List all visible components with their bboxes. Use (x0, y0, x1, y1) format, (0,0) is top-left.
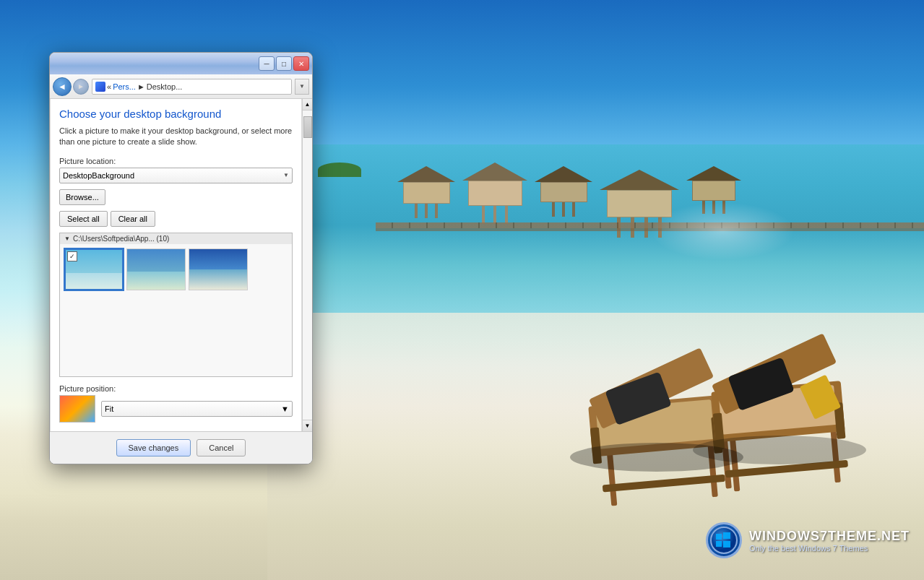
bungalow-2-stilts (482, 206, 508, 224)
dropdown-arrow-icon: ▼ (283, 172, 289, 178)
side-scrollbar[interactable]: ▲ ▼ (302, 99, 312, 431)
dialog-description: Click a picture to make it your desktop … (59, 126, 293, 148)
svg-rect-5 (589, 347, 714, 429)
breadcrumb-sep1: « (107, 82, 111, 91)
image-thumb-3[interactable] (189, 248, 248, 290)
svg-rect-23 (716, 534, 722, 540)
image-grid-container[interactable]: ▼ C:\Users\Softpedia\App... (10) ✓ (59, 233, 293, 377)
water-glare (650, 202, 795, 260)
svg-rect-24 (723, 532, 730, 539)
browse-button[interactable]: Browse... (59, 189, 105, 205)
svg-point-21 (693, 436, 866, 464)
svg-rect-25 (716, 541, 722, 547)
svg-rect-6 (605, 372, 671, 425)
svg-rect-17 (713, 413, 725, 450)
distant-island (318, 163, 361, 177)
svg-rect-19 (800, 375, 841, 420)
picture-location-row: DesktopBackground ▼ (59, 168, 293, 183)
bungalow-1-stilts (415, 204, 438, 218)
image-thumb-1[interactable]: ✓ (64, 248, 124, 290)
position-preview (59, 395, 95, 423)
scrollbar-down-button[interactable]: ▼ (303, 420, 312, 431)
select-clear-row: Select all Clear all (59, 211, 293, 227)
bungalow-2 (462, 163, 527, 238)
svg-rect-7 (720, 423, 732, 488)
bungalow-3 (535, 166, 592, 238)
svg-rect-26 (723, 541, 730, 547)
scrollbar-track[interactable] (303, 111, 312, 420)
bungalow-4-body (607, 190, 672, 217)
thumbnail-1-checkbox: ✓ (67, 251, 77, 261)
bungalow-3-body (540, 182, 587, 202)
picture-location-value: DesktopBackground (63, 171, 134, 180)
dialog-main-content: Choose your desktop background Click a p… (50, 99, 302, 431)
select-all-button[interactable]: Select all (59, 211, 108, 227)
bungalow-2-body (468, 181, 522, 206)
picture-location-label: Picture location: (59, 157, 293, 165)
cancel-button[interactable]: Cancel (197, 439, 246, 456)
picture-position-label: Picture position: (59, 384, 293, 393)
back-button[interactable]: ◄ (53, 77, 72, 96)
content-area: Choose your desktop background Click a p… (50, 99, 302, 431)
bungalow-1-body (403, 182, 450, 204)
picture-position-dropdown[interactable]: Fit ▼ (101, 401, 293, 417)
water-area (267, 144, 924, 347)
watermark-title: WINDOWS7THEME.NET (749, 529, 910, 544)
bungalow-5-body (692, 181, 735, 201)
bungalow-4-roof (600, 170, 679, 190)
bungalow-1 (397, 166, 455, 238)
svg-rect-16 (727, 358, 794, 411)
svg-point-20 (570, 443, 743, 472)
svg-rect-2 (603, 475, 725, 493)
bungalow-4-stilts (617, 217, 662, 238)
position-dropdown-arrow-icon: ▼ (281, 404, 289, 413)
back-arrow-icon: ◄ (58, 82, 66, 92)
breadcrumb-icon (95, 82, 105, 92)
image-thumb-2[interactable] (126, 248, 186, 290)
minimize-button[interactable]: ─ (259, 56, 275, 71)
breadcrumb-dropdown-button[interactable]: ▼ (295, 79, 309, 95)
maximize-button[interactable]: □ (276, 56, 292, 71)
forward-button[interactable]: ► (73, 79, 89, 95)
forward-arrow-icon: ► (77, 82, 85, 90)
scrollbar-up-button[interactable]: ▲ (303, 99, 312, 111)
svg-rect-1 (707, 439, 718, 497)
svg-rect-18 (834, 402, 845, 439)
bungalow-4 (600, 170, 679, 238)
desktop-background-dialog: ─ □ ✕ ◄ ► « Pers... ► Desktop... ▼ Choos… (49, 52, 313, 464)
svg-rect-11 (830, 425, 841, 482)
bungalow-1-roof (397, 166, 455, 182)
svg-rect-10 (729, 433, 740, 491)
breadcrumb-sep2: ► (137, 82, 145, 91)
breadcrumb-part2: Desktop... (147, 82, 183, 91)
save-changes-button[interactable]: Save changes (116, 439, 191, 456)
nav-bar: ◄ ► « Pers... ► Desktop... ▼ (50, 74, 312, 99)
sand-area (267, 313, 924, 580)
scrollbar-thumb[interactable] (303, 116, 312, 138)
position-row: Fit ▼ (59, 395, 293, 423)
bungalow-5-roof (686, 166, 741, 181)
clear-all-button[interactable]: Clear all (111, 211, 155, 227)
svg-rect-12 (725, 460, 848, 478)
dialog-title: Choose your desktop background (59, 108, 293, 120)
title-bar: ─ □ ✕ (50, 53, 312, 74)
bungalow-3-stilts (552, 202, 575, 217)
bungalow-2-roof (462, 163, 527, 181)
position-preview-inner (60, 396, 95, 422)
close-button[interactable]: ✕ (293, 56, 309, 71)
image-group-path: C:\Users\Softpedia\App... (10) (73, 235, 169, 243)
svg-rect-8 (590, 428, 602, 464)
dialog-footer: Save changes Cancel (50, 431, 312, 464)
image-group-header[interactable]: ▼ C:\Users\Softpedia\App... (10) (60, 233, 292, 244)
picture-location-dropdown[interactable]: DesktopBackground ▼ (59, 168, 293, 183)
bungalow-3-roof (535, 166, 592, 182)
picture-position-section: Picture position: Fit ▼ (59, 384, 293, 423)
watermark-area: WINDOWS7THEME.NET Only the best Windows … (706, 522, 910, 558)
bungalow-5 (686, 166, 741, 238)
bungalows-row (397, 166, 741, 238)
dialog-inner: Choose your desktop background Click a p… (50, 99, 312, 431)
lounge-chairs-area (548, 306, 895, 522)
svg-rect-4 (596, 399, 714, 449)
svg-rect-0 (606, 448, 617, 506)
title-bar-controls: ─ □ ✕ (259, 56, 309, 71)
